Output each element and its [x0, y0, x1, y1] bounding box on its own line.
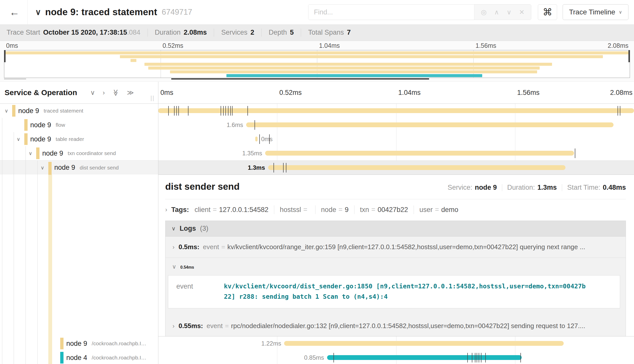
span-row-timeline-cell[interactable]: 1.35ms — [158, 146, 634, 160]
log-marker-tick — [223, 106, 224, 116]
tree-chevron-icon[interactable]: ∨ — [17, 136, 20, 142]
tag-divider — [315, 205, 315, 214]
log-marker-tick — [174, 106, 175, 116]
span-row-timeline-cell[interactable]: 0ms — [158, 132, 634, 146]
log-marker-tick — [477, 353, 477, 362]
span-row-timeline-cell[interactable]: 1.3ms — [158, 161, 634, 175]
column-resize-grip[interactable]: || — [151, 94, 155, 101]
span-row-names: node 4/cockroach.roachpb.I… — [66, 351, 146, 364]
tag-item: txn=00427b22 — [360, 206, 408, 214]
tag-key: client — [195, 206, 210, 213]
minimap-right-handle[interactable] — [628, 50, 630, 62]
span-detail-meta: Service:node 9Duration:1.3msStart Time:0… — [448, 184, 626, 191]
span-duration-label: 1.6ms — [227, 118, 243, 132]
log-entry[interactable]: ›0.5ms:event=kv/kvclient/kvcoord/range_i… — [165, 237, 626, 258]
minimap-scroll-thumb[interactable] — [171, 78, 429, 79]
locate-icon[interactable]: ◎ — [481, 8, 487, 16]
log-marker-tick — [283, 163, 284, 173]
collapse-one-icon[interactable]: ∨ — [90, 89, 95, 97]
tag-item: user=demo — [419, 206, 458, 214]
meta-divider — [562, 184, 562, 191]
tag-item: node=9 — [321, 206, 349, 214]
keyboard-shortcuts-button[interactable]: ⌘ — [538, 4, 557, 20]
span-row[interactable]: ∨node 9txn coordinator send1.35ms — [0, 146, 634, 160]
find-input[interactable] — [308, 5, 474, 20]
detail-divider — [165, 199, 626, 199]
minimap-scrollbar[interactable] — [4, 78, 630, 80]
logs-footnote: Log timestamps are relative to the start… — [165, 336, 626, 337]
span-row-timeline-cell[interactable]: 0.85ms — [158, 351, 634, 364]
trace-timeline-dropdown[interactable]: Trace Timeline ∨ — [563, 4, 628, 20]
summary-item: Duration2.08ms — [155, 29, 207, 36]
log-marker-tick — [472, 353, 472, 362]
tag-divider — [354, 205, 354, 214]
trace-id: 6749717 — [162, 8, 192, 17]
span-row-names: node 9traced statement — [18, 104, 83, 118]
span-detail-row: dist sender send Service:node 9Duration:… — [0, 175, 634, 336]
tag-equals: = — [371, 206, 375, 213]
clear-search-icon[interactable]: ✕ — [519, 8, 524, 16]
log-timestamp: 0.5ms: — [179, 243, 199, 251]
tree-chevron-icon[interactable]: ∨ — [41, 165, 45, 171]
span-row-label-cell[interactable]: ∨node 9traced statement — [0, 104, 158, 118]
log-event-table: eventkv/kvclient/kvcoord/dist_sender.go:… — [168, 275, 620, 308]
tree-chevron-icon[interactable]: ∨ — [5, 108, 8, 114]
span-row-label-cell[interactable]: ∨node 9table reader — [0, 132, 158, 146]
span-row-timeline-cell[interactable] — [158, 104, 634, 118]
log-timestamp: 0.55ms: — [179, 322, 203, 330]
prev-result-icon[interactable]: ∧ — [494, 8, 499, 16]
minimap-left-handle[interactable] — [4, 50, 6, 62]
log-event-key: event — [168, 275, 221, 308]
tag-value: demo — [441, 206, 458, 213]
span-bar[interactable] — [158, 108, 634, 113]
log-marker-tick — [269, 134, 270, 144]
summary-label: Trace Start — [7, 29, 40, 36]
chevron-right-icon[interactable]: › — [165, 206, 167, 213]
span-bar[interactable] — [255, 137, 258, 141]
span-bar[interactable] — [284, 341, 563, 346]
log-marker-tick — [333, 353, 334, 362]
log-marker-tick — [221, 106, 221, 116]
tag-divider — [274, 205, 274, 214]
span-row[interactable]: ∨node 9traced statement — [0, 104, 634, 118]
span-row-timeline-cell[interactable]: 1.22ms — [158, 336, 634, 351]
expand-all-icon[interactable]: ≫ — [127, 89, 134, 97]
span-row-label-cell[interactable]: node 9/cockroach.roachpb.I… — [0, 336, 158, 351]
log-entry-expanded-header[interactable]: ∨0.54ms — [165, 258, 626, 272]
span-row-timeline-cell[interactable]: 1.6ms — [158, 118, 634, 132]
tree-chevron-icon[interactable]: ∨ — [29, 150, 32, 156]
tag-key: hostssl — [280, 206, 301, 213]
span-duration-label: 1.35ms — [242, 146, 262, 160]
span-row[interactable]: node 9flow1.6ms — [0, 118, 634, 132]
tags-row[interactable]: ›Tags:client=127.0.0.1:54582hostssl=node… — [165, 205, 626, 214]
span-row-label-cell[interactable]: ∨node 9txn coordinator send — [0, 146, 158, 160]
service-operation-title: Service & Operation — [5, 88, 77, 97]
logs-header[interactable]: ∨ Logs (3) — [165, 221, 626, 237]
find-actions: ◎ ∧ ∨ ✕ — [474, 5, 531, 20]
next-result-icon[interactable]: ∨ — [506, 8, 511, 16]
expand-one-icon[interactable]: › — [103, 89, 105, 97]
span-bar[interactable] — [268, 165, 566, 170]
span-row-label-cell[interactable]: node 4/cockroach.roachpb.I… — [0, 351, 158, 364]
collapse-all-icon[interactable]: ≫ — [112, 89, 120, 96]
span-row[interactable]: node 9/cockroach.roachpb.I…1.22ms — [0, 336, 634, 351]
span-bar[interactable] — [265, 151, 574, 156]
log-marker-tick — [259, 134, 260, 144]
span-row-label-cell[interactable]: ∨node 9dist sender send — [0, 161, 158, 175]
minimap-canvas[interactable] — [4, 50, 630, 78]
tag-equals: = — [303, 206, 307, 213]
panel-divider[interactable] — [158, 104, 158, 364]
span-row[interactable]: ∨node 9table reader0ms — [0, 132, 634, 146]
meta-label: Start Time: — [567, 184, 600, 191]
trace-collapse-icon[interactable]: ∨ — [35, 7, 41, 17]
span-row[interactable]: ∨node 9dist sender send1.3ms — [0, 160, 634, 175]
summary-divider — [147, 29, 148, 37]
log-entry[interactable]: ›0.55ms:event=rpc/nodedialer/nodedialer.… — [165, 315, 626, 336]
span-row[interactable]: node 4/cockroach.roachpb.I…0.85ms — [0, 351, 634, 364]
service-color-chip — [24, 119, 28, 131]
back-button[interactable]: ← — [6, 7, 23, 18]
span-row-label-cell[interactable]: node 9flow — [0, 118, 158, 132]
chevron-down-icon: ∨ — [619, 9, 622, 15]
span-bar[interactable] — [246, 122, 614, 127]
span-bar[interactable] — [327, 355, 522, 360]
